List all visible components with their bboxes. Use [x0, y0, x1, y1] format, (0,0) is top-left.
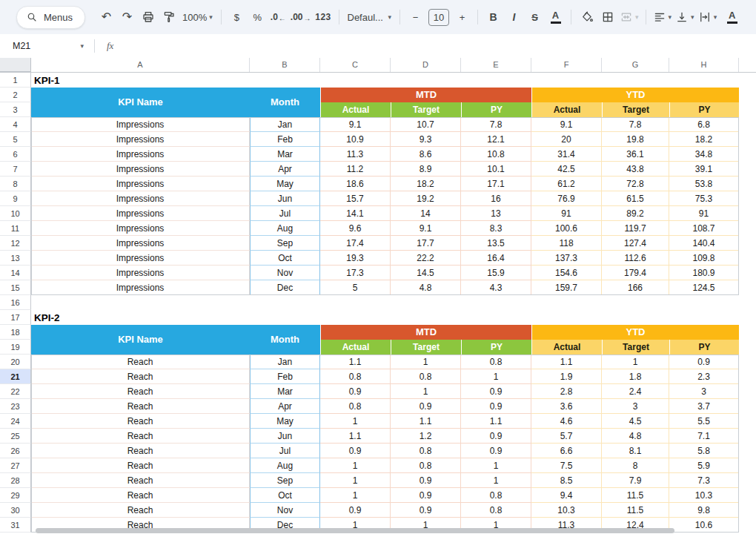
cell[interactable]: 39.1	[669, 162, 739, 177]
cell[interactable]: Sep	[250, 236, 320, 251]
cell[interactable]: 0.8	[391, 444, 461, 458]
cell[interactable]: 11.3	[320, 147, 391, 162]
cell[interactable]: 140.4	[669, 236, 739, 251]
cell[interactable]: 15.7	[320, 191, 391, 206]
cell[interactable]: 0.9	[320, 503, 391, 518]
cell[interactable]: 0.8	[461, 488, 531, 503]
ytd-group-header[interactable]: YTD	[531, 325, 739, 340]
cell[interactable]: 4.6	[531, 414, 602, 429]
cell[interactable]: 18.2	[669, 132, 739, 147]
column-header-F[interactable]: F	[531, 58, 602, 72]
cell[interactable]: Jan	[250, 355, 320, 369]
cell[interactable]: Feb	[250, 369, 320, 384]
row-header-23[interactable]: 23	[0, 399, 31, 414]
cell[interactable]: 0.9	[461, 444, 531, 458]
cell[interactable]: 1.8	[602, 369, 669, 384]
font-family-control[interactable]: Defaul... ▾	[345, 12, 395, 23]
undo-button[interactable]: ↶	[96, 7, 116, 27]
cell[interactable]: 7.9	[602, 473, 669, 488]
cell[interactable]: 0.8	[320, 369, 391, 384]
sub-header-target[interactable]: Target	[602, 102, 669, 117]
row-header-31[interactable]: 31	[0, 518, 31, 533]
cell[interactable]: Impressions	[31, 117, 250, 132]
cell[interactable]: Nov	[250, 503, 320, 518]
sub-header-actual[interactable]: Actual	[531, 102, 602, 117]
decrease-decimal-button[interactable]: .0←	[268, 7, 288, 27]
cell[interactable]: 18.2	[391, 177, 461, 191]
cell[interactable]: 8.6	[391, 147, 461, 162]
cell[interactable]: 119.7	[602, 221, 669, 236]
cell[interactable]: 0.9	[461, 429, 531, 444]
cell[interactable]: Reach	[31, 384, 250, 399]
cell[interactable]: 5.7	[531, 429, 602, 444]
sub-header-py[interactable]: PY	[669, 102, 739, 117]
cell[interactable]: 61.2	[531, 177, 602, 191]
row-header-14[interactable]: 14	[0, 266, 31, 280]
column-header-E[interactable]: E	[461, 58, 531, 72]
cell[interactable]: 18.6	[320, 177, 391, 191]
cell[interactable]: 1.1	[461, 414, 531, 429]
cell[interactable]: 75.3	[669, 191, 739, 206]
sub-header-py[interactable]: PY	[669, 340, 739, 355]
cell[interactable]: Impressions	[31, 251, 250, 266]
row-header-16[interactable]: 16	[0, 295, 31, 310]
cell[interactable]: Impressions	[31, 266, 250, 280]
column-header-A[interactable]: A	[31, 58, 250, 72]
sub-header-py[interactable]: PY	[461, 340, 531, 355]
cell[interactable]: 43.8	[602, 162, 669, 177]
row-header-15[interactable]: 15	[0, 280, 31, 295]
cell[interactable]: 36.1	[602, 147, 669, 162]
cell[interactable]: 5.5	[669, 414, 739, 429]
cell[interactable]: 1.9	[531, 369, 602, 384]
sub-header-actual[interactable]: Actual	[320, 340, 391, 355]
cell[interactable]: Mar	[250, 384, 320, 399]
cell[interactable]: Oct	[250, 251, 320, 266]
cell[interactable]: 1	[391, 384, 461, 399]
text-wrap-button[interactable]: ▾	[697, 7, 719, 27]
cell[interactable]: Reach	[31, 444, 250, 458]
cell[interactable]: 9.1	[391, 221, 461, 236]
format-currency-button[interactable]: $	[227, 7, 247, 27]
cell[interactable]: 1.1	[391, 414, 461, 429]
row-header-20[interactable]: 20	[0, 355, 31, 369]
cell[interactable]: 3.6	[531, 399, 602, 414]
cell[interactable]: 2.4	[602, 384, 669, 399]
row-header-27[interactable]: 27	[0, 458, 31, 473]
cell[interactable]: Reach	[31, 488, 250, 503]
cell[interactable]: 1	[320, 488, 391, 503]
cell[interactable]: Jul	[250, 206, 320, 221]
cell[interactable]: 17.4	[320, 236, 391, 251]
sub-header-actual[interactable]: Actual	[531, 340, 602, 355]
cell[interactable]: 159.7	[531, 280, 602, 295]
cell[interactable]: 17.3	[320, 266, 391, 280]
cell[interactable]: 166	[602, 280, 669, 295]
cell[interactable]: 1	[602, 355, 669, 369]
strikethrough-button[interactable]: S	[525, 7, 545, 27]
cell[interactable]: 109.8	[669, 251, 739, 266]
cell[interactable]: 15.9	[461, 266, 531, 280]
cell[interactable]: 10.8	[461, 147, 531, 162]
increase-decimal-button[interactable]: .00→	[289, 7, 313, 27]
row-header-28[interactable]: 28	[0, 473, 31, 488]
cell[interactable]: 1	[461, 458, 531, 473]
cell[interactable]: 31.4	[531, 147, 602, 162]
name-box[interactable]: M21 ▾	[0, 41, 90, 51]
cell[interactable]: Impressions	[31, 191, 250, 206]
row-header-4[interactable]: 4	[0, 117, 31, 132]
cell[interactable]: 0.8	[320, 399, 391, 414]
cell[interactable]: Jun	[250, 429, 320, 444]
cell[interactable]: 0.9	[391, 488, 461, 503]
cell[interactable]: 7.8	[461, 117, 531, 132]
cell[interactable]: Reach	[31, 369, 250, 384]
cell[interactable]: Impressions	[31, 162, 250, 177]
cell[interactable]: 11.5	[602, 488, 669, 503]
cell[interactable]: 9.3	[391, 132, 461, 147]
zoom-control[interactable]: 100% ▾	[179, 12, 216, 23]
cell[interactable]: 0.8	[461, 355, 531, 369]
cell[interactable]: 4.8	[602, 429, 669, 444]
column-header-B[interactable]: B	[250, 58, 320, 72]
cell[interactable]: 1	[320, 414, 391, 429]
cell[interactable]: May	[250, 177, 320, 191]
menus-button[interactable]: Menus	[16, 6, 85, 29]
cell[interactable]: Impressions	[31, 221, 250, 236]
